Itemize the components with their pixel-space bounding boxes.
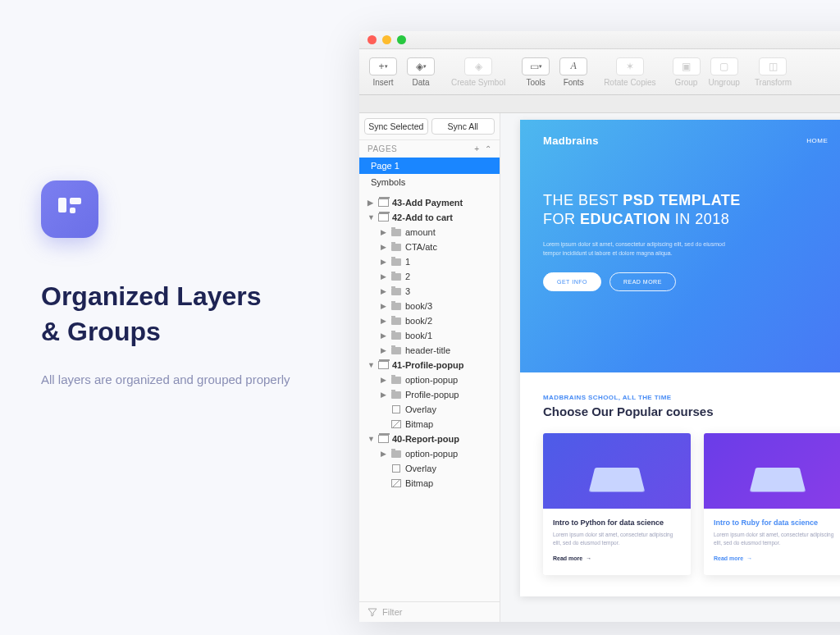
layer-row[interactable]: ▶2 [359, 269, 500, 284]
layers-list: ▶43-Add Payment▼42-Add to cart▶amount▶CT… [359, 190, 500, 601]
window-titlebar: UI Kit.sket [359, 31, 840, 49]
arrow-right-icon: → [746, 555, 752, 561]
chevron-right-icon[interactable]: ▶ [381, 317, 387, 325]
folder-icon [390, 375, 402, 385]
layer-row[interactable]: ▶Profile-popup [359, 387, 500, 402]
course-card-python[interactable]: Intro to Python for data science Lorem i… [543, 433, 691, 575]
hero-section: Madbrains HOMEPAGEPROJECTBLOG THE BEST P… [520, 120, 840, 372]
layer-row[interactable]: ▶1 [359, 254, 500, 269]
filter-placeholder: Filter [382, 607, 402, 617]
sketch-app-window: UI Kit.sket +▾ Insert ◈▾ Data ◈ Create S… [359, 31, 840, 622]
layer-name: 40-Report-poup [392, 434, 459, 444]
close-window-button[interactable] [368, 35, 377, 44]
ungroup-button[interactable]: ▢ Ungroup [709, 57, 740, 87]
chevron-right-icon[interactable]: ▶ [381, 228, 387, 236]
layer-row[interactable]: ▶CTA/atc [359, 240, 500, 254]
chevron-down-icon[interactable]: ▼ [368, 435, 374, 443]
rotate-copies-button[interactable]: ✶ Rotate Copies [604, 57, 655, 87]
layer-name: Profile-popup [405, 390, 459, 400]
folder-icon [390, 286, 402, 296]
layer-row[interactable]: ▶header-title [359, 343, 500, 358]
chevron-right-icon[interactable]: ▶ [381, 376, 387, 384]
course-card-ruby[interactable]: Intro to Ruby for data science Lorem ips… [704, 433, 840, 575]
chevron-right-icon[interactable]: ▶ [368, 199, 374, 207]
create-symbol-button[interactable]: ◈ Create Symbol [451, 57, 505, 87]
rectangle-icon [390, 464, 402, 473]
folder-icon [390, 316, 402, 326]
data-button[interactable]: ◈▾ Data [405, 57, 436, 87]
chevron-right-icon[interactable]: ▶ [381, 243, 387, 251]
page-item[interactable]: Symbols [359, 174, 500, 190]
layer-name: header-title [405, 345, 450, 355]
tools-button[interactable]: ▭▾ Tools [520, 57, 551, 87]
document-tabbar: UI Kit.s [359, 95, 840, 113]
sidebar-filter[interactable]: Filter [359, 601, 500, 622]
minimize-window-button[interactable] [382, 35, 391, 44]
folder-icon [390, 331, 402, 340]
hero-lorem: Lorem ipsum dolor sit amet, consectetur … [543, 240, 732, 258]
layer-row[interactable]: ▼41-Profile-popup [359, 358, 500, 372]
artboard-icon [377, 198, 389, 208]
layer-row[interactable]: ▼40-Report-poup [359, 432, 500, 446]
layer-row[interactable]: ▶book/1 [359, 328, 500, 343]
promo-panel: Organized Layers & Groups All layers are… [41, 180, 328, 391]
folder-icon [390, 449, 402, 459]
course-image [543, 433, 691, 509]
svg-rect-2 [70, 208, 75, 213]
chevron-right-icon[interactable]: ▶ [381, 287, 387, 295]
add-page-icon[interactable]: + [474, 144, 479, 153]
layer-row[interactable]: ▶amount [359, 225, 500, 240]
layer-name: 3 [405, 286, 410, 296]
hero-headline-2: FOR EDUCATION IN 2018 [543, 211, 840, 228]
layer-row[interactable]: ▶book/2 [359, 313, 500, 328]
layer-row[interactable]: ▶3 [359, 284, 500, 299]
layer-name: 42-Add to cart [392, 212, 453, 222]
chevron-right-icon[interactable]: ▶ [381, 391, 387, 399]
read-more-button[interactable]: READ MORE [609, 272, 676, 291]
chevron-right-icon[interactable]: ▶ [381, 302, 387, 310]
layer-row[interactable]: Bitmap [359, 417, 500, 432]
sync-selected-button[interactable]: Sync Selected [364, 118, 428, 135]
layer-row[interactable]: Overlay [359, 461, 500, 476]
brand-logo[interactable]: Madbrains [543, 135, 599, 147]
design-canvas[interactable]: Madbrains HOMEPAGEPROJECTBLOG THE BEST P… [500, 113, 840, 622]
collapse-pages-icon[interactable]: ⌃ [485, 144, 492, 153]
layer-name: 2 [405, 272, 410, 281]
page-item[interactable]: Page 1 [359, 158, 500, 174]
layer-row[interactable]: Overlay [359, 402, 500, 417]
transform-button[interactable]: ◫ Transform [755, 57, 792, 87]
layer-name: book/2 [405, 316, 432, 326]
svg-rect-0 [58, 198, 66, 212]
insert-button[interactable]: +▾ Insert [368, 57, 399, 87]
course-read-more[interactable]: Read more→ [553, 555, 591, 561]
layer-row[interactable]: ▶book/3 [359, 299, 500, 313]
course-desc: Lorem ipsum dolor sit amet, consectetur … [714, 531, 840, 547]
layer-row[interactable]: ▶option-popup [359, 372, 500, 387]
traffic-lights [368, 35, 406, 44]
group-button[interactable]: ▣ Group [671, 57, 702, 87]
course-title: Intro to Python for data science [553, 519, 681, 527]
get-info-button[interactable]: GET INFO [543, 272, 601, 291]
layer-row[interactable]: Bitmap [359, 476, 500, 491]
layer-name: option-popup [405, 449, 458, 459]
chevron-down-icon[interactable]: ▼ [368, 213, 374, 222]
chevron-right-icon[interactable]: ▶ [381, 272, 387, 281]
layer-row[interactable]: ▶option-popup [359, 446, 500, 461]
maximize-window-button[interactable] [397, 35, 406, 44]
chevron-right-icon[interactable]: ▶ [381, 346, 387, 354]
course-read-more[interactable]: Read more→ [714, 555, 752, 561]
chevron-right-icon[interactable]: ▶ [381, 331, 387, 340]
chevron-right-icon[interactable]: ▶ [381, 450, 387, 458]
image-icon [390, 419, 402, 429]
fonts-button[interactable]: A Fonts [558, 57, 589, 87]
arrow-right-icon: → [586, 555, 591, 561]
chevron-down-icon[interactable]: ▼ [368, 361, 374, 369]
course-desc: Lorem ipsum dolor sit amet, consectetur … [553, 531, 681, 547]
chevron-right-icon[interactable]: ▶ [381, 258, 387, 266]
layer-row[interactable]: ▶43-Add Payment [359, 195, 500, 210]
nav-link[interactable]: HOME [806, 137, 828, 144]
layer-name: option-popup [405, 375, 458, 385]
courses-section: MADBRAINS SCHOOL, ALL THE TIME Choose Ou… [520, 372, 840, 596]
layer-row[interactable]: ▼42-Add to cart [359, 210, 500, 225]
sync-all-button[interactable]: Sync All [431, 118, 495, 135]
